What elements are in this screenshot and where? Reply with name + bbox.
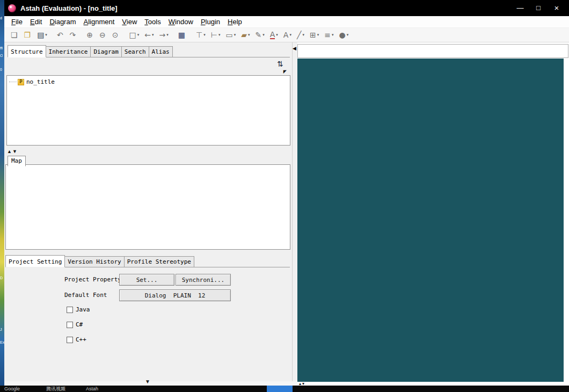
- desktop-icon-label: O: [0, 54, 3, 58]
- tab-alias[interactable]: Alias: [149, 46, 173, 57]
- tab-structure[interactable]: Structure: [8, 45, 46, 57]
- magnifier-icon: ⊙: [112, 30, 119, 40]
- navigate-forward-button[interactable]: →▾: [157, 29, 171, 41]
- project-icon: P: [18, 79, 24, 85]
- toolbar: ❏ ❐ ▤▾ ↶ ↷ ⊕ ⊖ ⊙ □▾ ←▾ →▾ ▦ ⊤▾ ⊢▾ ▭▾ ▰▾ …: [4, 28, 569, 42]
- default-font-button[interactable]: Dialog PLAIN 12: [119, 289, 231, 301]
- project-tree[interactable]: P no_title: [6, 75, 290, 146]
- map-view[interactable]: [5, 164, 290, 250]
- tab-project-setting[interactable]: Project Setting: [5, 255, 65, 267]
- cpp-checkbox-label: C++: [76, 336, 86, 343]
- line-shape-button[interactable]: ╱▾: [295, 29, 307, 41]
- new-file-button[interactable]: ❏: [9, 29, 21, 41]
- taskbar-item-tencent-video[interactable]: 腾讯视频: [46, 386, 65, 392]
- grid-icon: ▦: [178, 30, 185, 40]
- align-horizontal-button[interactable]: ⊢▾: [209, 29, 223, 41]
- chevron-down-icon: ▾: [347, 33, 349, 37]
- java-checkbox-label: Java: [76, 306, 90, 313]
- grid-view-button[interactable]: ⊞▾: [308, 29, 321, 41]
- menu-item-edit[interactable]: Edit: [26, 17, 46, 27]
- close-button[interactable]: ×: [548, 0, 566, 16]
- synchronize-button[interactable]: Synchroni...: [176, 274, 231, 286]
- desktop-icon-label: 0: [0, 68, 2, 72]
- desktop-icon-label: D: [0, 276, 3, 280]
- bottom-tab-row: Project Setting Version History Profile …: [5, 256, 290, 267]
- chevron-down-icon: ▾: [166, 33, 169, 37]
- collapse-tree-icon[interactable]: ◤: [283, 69, 287, 74]
- cpp-checkbox-row: C++: [67, 336, 86, 343]
- font-style-button[interactable]: A▾: [281, 29, 294, 41]
- java-checkbox[interactable]: [67, 307, 73, 313]
- csharp-checkbox[interactable]: [67, 322, 73, 328]
- arrow-left-icon: ←: [144, 30, 151, 40]
- taskbar: Google 腾讯视频 Astah: [0, 386, 569, 392]
- undo-icon: ↶: [57, 30, 63, 40]
- paint-bucket-icon: ▰: [241, 30, 247, 40]
- tree-map-splitter[interactable]: ▲▼: [7, 149, 18, 154]
- tab-map[interactable]: Map: [8, 156, 26, 166]
- chevron-down-icon: ▾: [45, 33, 47, 37]
- menu-item-diagram[interactable]: Diagram: [46, 17, 79, 27]
- font-color-button[interactable]: A▾: [268, 29, 280, 41]
- default-font-label: Default Font: [64, 292, 107, 299]
- zoom-in-button[interactable]: ⊕: [84, 29, 96, 41]
- chevron-down-icon: ▾: [248, 33, 250, 37]
- taskbar-item-google[interactable]: Google: [4, 386, 20, 392]
- align-vertical-button[interactable]: ⊤▾: [194, 29, 208, 41]
- redo-button[interactable]: ↷: [68, 29, 79, 41]
- circle-icon: ●: [339, 30, 345, 40]
- structure-tab-row: Structure Inheritance Diagram Search Ali…: [8, 45, 290, 57]
- diagram-canvas[interactable]: [297, 59, 564, 382]
- menu-item-tools[interactable]: Tools: [141, 17, 164, 27]
- tree-node-label: no_title: [26, 78, 55, 85]
- menu-item-window[interactable]: Window: [165, 17, 197, 27]
- open-folder-button[interactable]: ❐: [22, 29, 34, 41]
- splitter-down-icon[interactable]: ▼: [12, 149, 18, 154]
- cpp-checkbox[interactable]: [67, 337, 73, 343]
- line-color-button[interactable]: ✎▾: [253, 29, 267, 41]
- list-icon: ≡: [324, 30, 331, 40]
- desktop-icon-label: ffi: [0, 46, 3, 50]
- taskbar-item-astah[interactable]: Astah: [86, 386, 98, 392]
- menu-item-help[interactable]: Help: [224, 17, 246, 27]
- menu-item-view[interactable]: View: [118, 17, 141, 27]
- list-view-button[interactable]: ≡▾: [322, 29, 335, 41]
- tab-profile-stereotype[interactable]: Profile Stereotype: [124, 256, 194, 267]
- tree-node-root[interactable]: P no_title: [7, 76, 290, 85]
- font-icon: A: [283, 30, 289, 40]
- select-area-button[interactable]: □▾: [127, 29, 142, 41]
- menu-item-alignment[interactable]: Alignment: [80, 17, 119, 27]
- desktop-icon-label: Ex: [0, 340, 4, 345]
- tab-version-history[interactable]: Version History: [64, 256, 124, 267]
- frame-button[interactable]: ▭▾: [223, 29, 238, 41]
- save-button[interactable]: ▤▾: [35, 29, 49, 41]
- zoom-out-button[interactable]: ⊖: [97, 29, 109, 41]
- menu-item-file[interactable]: File: [8, 17, 26, 27]
- splitter-up-icon[interactable]: ▲: [7, 149, 12, 154]
- tab-search[interactable]: Search: [121, 46, 149, 57]
- junction-button[interactable]: ●▾: [337, 29, 351, 41]
- chevron-down-icon: ▾: [218, 33, 221, 37]
- tab-diagram[interactable]: Diagram: [90, 46, 121, 57]
- menu-item-plugin[interactable]: Plugin: [197, 17, 224, 27]
- tab-inheritance[interactable]: Inheritance: [46, 46, 91, 57]
- map-view-button[interactable]: ▦: [176, 29, 188, 41]
- zoom-tool-button[interactable]: ⊙: [110, 29, 122, 41]
- minimize-button[interactable]: —: [511, 0, 529, 16]
- maximize-button[interactable]: □: [529, 0, 548, 16]
- chevron-down-icon: ▾: [302, 33, 304, 37]
- vertical-splitter[interactable]: ◀: [293, 42, 297, 381]
- chevron-down-icon: ▾: [152, 33, 154, 37]
- chevron-down-icon: ▾: [276, 33, 278, 37]
- splitter-collapse-left-icon[interactable]: ◀: [293, 46, 296, 51]
- panel-collapse-icon[interactable]: ▼: [145, 379, 150, 384]
- navigate-back-button[interactable]: ←▾: [142, 29, 156, 41]
- save-icon: ▤: [37, 30, 44, 40]
- undo-button[interactable]: ↶: [55, 29, 67, 41]
- set-button[interactable]: Set...: [119, 274, 174, 286]
- sort-sync-icon[interactable]: ⇅: [277, 60, 283, 68]
- taskbar-active-item[interactable]: [267, 386, 293, 392]
- selection-rect-icon: □: [129, 30, 136, 40]
- redo-icon: ↷: [70, 30, 76, 40]
- fill-color-button[interactable]: ▰▾: [239, 29, 252, 41]
